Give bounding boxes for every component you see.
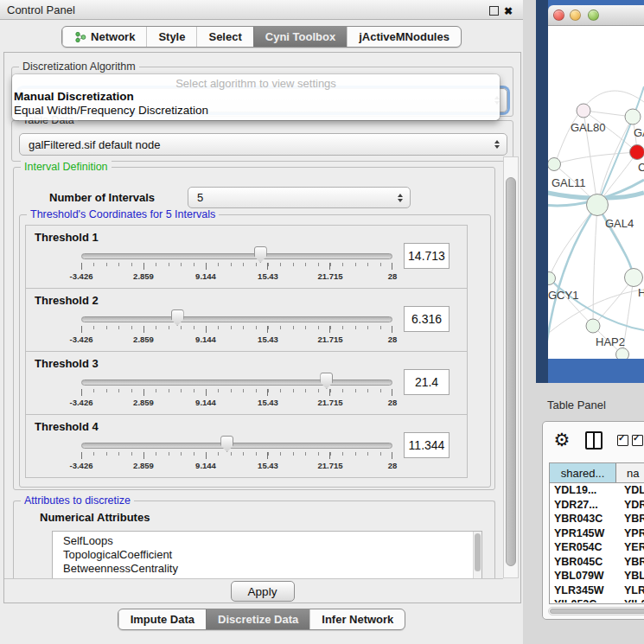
table-row[interactable]: YBR043C YBR0 — [550, 512, 644, 526]
panel-vertical-scrollbar[interactable] — [503, 156, 519, 578]
popup-option-equal-width-frequency[interactable]: Equal Width/Frequency Discretization — [14, 104, 208, 117]
number-of-intervals-combobox[interactable]: 5 — [188, 187, 411, 208]
slider-ticks — [81, 326, 392, 334]
cell-shared-name[interactable]: YDL19... — [550, 484, 616, 496]
table-row[interactable]: YBL079W YBL0 — [550, 569, 644, 583]
tick-label: 9.144 — [195, 461, 216, 470]
cell-name[interactable]: YBR0 — [616, 556, 644, 568]
tab-item[interactable]: Impute Data — [118, 609, 206, 629]
threshold-value-field[interactable]: 6.316 — [404, 306, 450, 332]
attributes-scrollbar-thumb[interactable] — [475, 533, 481, 571]
tick-label: 15.43 — [258, 461, 278, 470]
network-node[interactable] — [630, 145, 644, 160]
network-node[interactable] — [625, 269, 643, 287]
number-of-intervals-label: Number of Intervals — [49, 191, 155, 204]
cell-shared-name[interactable]: YER054C — [550, 541, 616, 553]
table-row[interactable]: YIL052C YIL0 — [550, 597, 644, 603]
tick-label: 9.144 — [195, 335, 216, 344]
tick-label: 15.43 — [258, 398, 278, 407]
cell-name[interactable]: YDR2 — [616, 499, 644, 511]
slider-track[interactable] — [81, 379, 392, 386]
slider-thumb[interactable] — [320, 373, 333, 389]
close-icon[interactable] — [504, 3, 516, 16]
slider-track[interactable] — [81, 316, 392, 322]
table-data-combobox[interactable]: galFiltered.sif default node — [19, 133, 507, 156]
network-node[interactable] — [548, 158, 561, 171]
tab-item[interactable]: Style — [146, 27, 196, 47]
panel-scrollbar-thumb[interactable] — [506, 177, 516, 566]
attributes-list-scrollbar[interactable] — [473, 532, 481, 579]
table-panel: shared... na YDL19... YDL1 YDR27... YDR2 — [542, 421, 644, 620]
network-node[interactable] — [625, 109, 641, 124]
network-node[interactable] — [577, 104, 590, 118]
cell-shared-name[interactable]: YDR27... — [550, 499, 616, 511]
checkbox-icon[interactable] — [617, 435, 628, 446]
network-node[interactable] — [616, 348, 629, 360]
tab-item[interactable]: Discretize Data — [206, 609, 309, 629]
table-hscrollbar-thumb[interactable] — [550, 609, 644, 614]
cell-name[interactable]: YIL0 — [616, 598, 644, 603]
tab-label: Infer Network — [322, 613, 393, 626]
network-node[interactable] — [586, 319, 600, 333]
network-node-label: GAL11 — [552, 176, 586, 189]
cell-name[interactable]: YBL0 — [616, 570, 644, 582]
checkbox-icon[interactable] — [632, 435, 643, 446]
column-header-name[interactable]: na — [616, 463, 644, 482]
cell-shared-name[interactable]: YPR145W — [550, 527, 616, 539]
tab-item[interactable]: Network — [62, 27, 146, 47]
attribute-list-item[interactable]: TopologicalCoefficient — [63, 548, 481, 562]
cell-shared-name[interactable]: YBL079W — [550, 570, 616, 582]
threshold-value-field[interactable]: 11.344 — [404, 432, 450, 458]
tab-item[interactable]: Infer Network — [309, 609, 405, 629]
tab-label: Discretize Data — [218, 613, 298, 626]
column-header-shared-name[interactable]: shared... — [550, 463, 616, 482]
cell-name[interactable]: YER0 — [616, 541, 644, 553]
attribute-list-item[interactable]: BetweennessCentrality — [63, 562, 481, 576]
cell-name[interactable]: YDL1 — [616, 484, 644, 496]
table-row[interactable]: YPR145W YPR1 — [550, 526, 644, 541]
gear-icon[interactable] — [553, 430, 571, 450]
table-horizontal-scrollbar[interactable] — [548, 607, 644, 615]
apply-button[interactable]: Apply — [231, 581, 295, 602]
tick-label: 28 — [388, 398, 398, 407]
cell-shared-name[interactable]: YIL052C — [550, 598, 616, 603]
slider-thumb[interactable] — [254, 246, 267, 263]
minimize-traffic-light[interactable] — [570, 10, 581, 21]
cell-name[interactable]: YLR3 — [616, 584, 644, 596]
combo-stepper-icon — [494, 140, 500, 149]
close-traffic-light[interactable] — [553, 10, 564, 21]
attribute-list-item[interactable]: SelfLoops — [63, 534, 481, 548]
slider-thumb[interactable] — [171, 309, 184, 326]
tab-item[interactable]: jActiveMNodules — [347, 27, 461, 47]
table-row[interactable]: YDL19... YDL1 — [550, 483, 644, 498]
table-row[interactable]: YDR27... YDR2 — [550, 498, 644, 513]
threshold-value-field[interactable]: 14.713 — [404, 243, 450, 269]
table-row[interactable]: YBR045C YBR0 — [550, 555, 644, 570]
zoom-traffic-light[interactable] — [588, 10, 599, 21]
cell-name[interactable]: YPR1 — [616, 527, 644, 539]
table-row[interactable]: YER054C YER0 — [550, 540, 644, 555]
top-tabbar: Network — [0, 26, 523, 48]
slider-ticks — [81, 263, 392, 271]
tick-label: 21.715 — [317, 398, 342, 407]
tab-item[interactable]: Select — [196, 27, 252, 47]
table-row[interactable]: YLR345W YLR3 — [550, 583, 644, 598]
float-window-icon[interactable] — [489, 6, 499, 16]
cell-shared-name[interactable]: YLR345W — [550, 584, 616, 596]
cell-name[interactable]: YBR0 — [616, 513, 644, 525]
network-view-window: GAL80GACGAL11GAL4GCY1HHAP2 — [536, 0, 644, 383]
network-node[interactable] — [587, 194, 609, 216]
threshold-value-field[interactable]: 21.4 — [404, 369, 450, 395]
popup-option-manual-discretization[interactable]: Manual Discretization — [14, 90, 134, 103]
network-canvas[interactable]: GAL80GACGAL11GAL4GCY1HHAP2 — [548, 26, 644, 359]
slider-track[interactable] — [81, 443, 392, 449]
tab-item[interactable]: Cyni Toolbox — [253, 27, 347, 47]
column-layout-icon[interactable] — [585, 431, 603, 450]
cell-shared-name[interactable]: YBR045C — [550, 556, 616, 568]
cell-shared-name[interactable]: YBR043C — [550, 513, 616, 525]
tick-label: -3.426 — [70, 398, 93, 407]
slider-ticks — [81, 389, 392, 397]
slider: -3.4262.8599.14415.4321.71528 — [81, 289, 392, 353]
slider-thumb[interactable] — [220, 436, 233, 452]
slider-track[interactable] — [81, 253, 392, 259]
